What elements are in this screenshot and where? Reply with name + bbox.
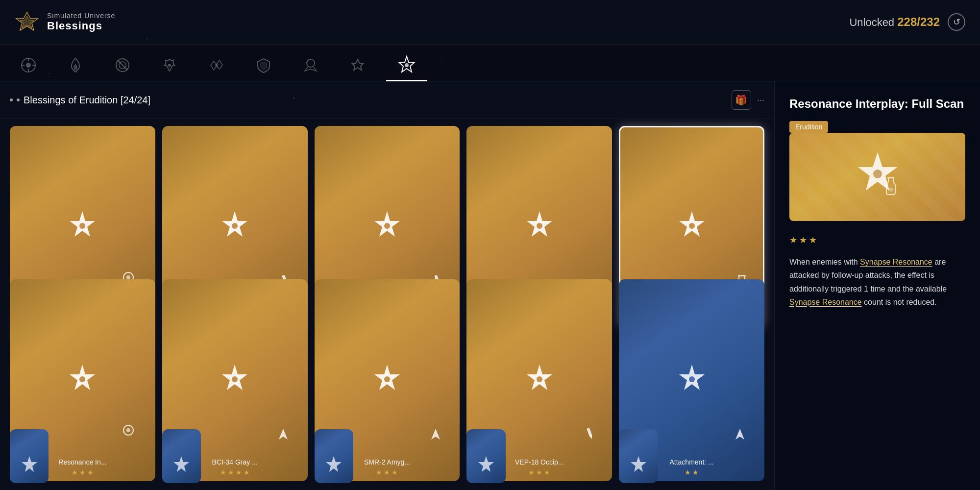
app-logo-icon <box>15 10 39 34</box>
detail-title: Resonance Interplay: Full Scan <box>789 96 965 111</box>
tab-hunt[interactable] <box>10 51 47 79</box>
more-button[interactable]: ··· <box>757 95 764 105</box>
svg-point-21 <box>384 223 390 229</box>
gift-button[interactable]: 🎁 <box>732 90 751 110</box>
tab-hunt-icon <box>20 56 37 74</box>
card-symbol <box>520 161 559 293</box>
detail-tag-wrapper: Erudition <box>789 121 965 133</box>
tab-elation-icon <box>208 56 225 74</box>
card-symbol <box>520 315 559 446</box>
card-partial-4[interactable] <box>466 429 505 483</box>
main-container: Simulated Universe Blessings Unlocked 22… <box>0 0 980 490</box>
erudition-symbol-icon <box>215 361 254 400</box>
tab-nihility-icon <box>114 56 131 74</box>
svg-point-15 <box>79 223 85 229</box>
left-panel: Blessings of Erudition [24/24] 🎁 ··· <box>0 81 774 490</box>
arrow-sub-icon <box>735 428 745 441</box>
detail-stars: ★ ★ ★ <box>789 235 965 245</box>
tab-remembrance[interactable] <box>292 51 329 79</box>
svg-marker-34 <box>431 429 440 440</box>
tab-bar <box>0 45 980 81</box>
erudition-symbol-blue-icon <box>672 361 711 400</box>
header-left: Simulated Universe Blessings <box>15 10 115 34</box>
tab-destruction[interactable] <box>57 51 94 79</box>
detail-bg-pattern <box>789 133 965 221</box>
highlight-synapse-1: Synapse Resonance <box>860 258 932 266</box>
app-title: Simulated Universe Blessings <box>47 12 115 32</box>
detail-star-2: ★ <box>799 235 807 245</box>
detail-star-3: ★ <box>809 235 817 245</box>
svg-point-12 <box>215 64 218 67</box>
tab-destruction-icon <box>67 56 84 74</box>
highlight-synapse-2: Synapse Resonance <box>789 298 862 306</box>
card-symbol <box>368 161 407 293</box>
detail-image <box>789 133 965 221</box>
partial-symbol-icon <box>474 454 498 478</box>
card-symbol <box>215 161 254 293</box>
card-partial-1[interactable] <box>10 429 49 483</box>
svg-point-17 <box>126 275 130 279</box>
svg-point-25 <box>689 223 695 229</box>
partial-symbol-icon <box>321 454 346 478</box>
svg-point-24 <box>537 223 542 229</box>
erudition-symbol-icon <box>520 361 559 400</box>
tab-propagation-icon <box>349 56 367 74</box>
svg-marker-32 <box>279 429 288 440</box>
header-right: Unlocked 228/232 ↺ <box>849 13 965 31</box>
svg-point-13 <box>307 59 315 67</box>
erudition-symbol-icon <box>672 207 711 246</box>
tab-erudition-icon <box>396 54 417 76</box>
svg-marker-39 <box>735 429 744 440</box>
dot-2 <box>17 98 20 101</box>
erudition-symbol-icon <box>63 361 102 400</box>
svg-point-11 <box>168 64 171 67</box>
blessings-header-right: 🎁 ··· <box>732 90 764 110</box>
detail-panel: Resonance Interplay: Full Scan Erudition <box>774 81 980 490</box>
svg-point-3 <box>26 63 31 68</box>
erudition-symbol-icon <box>63 207 102 246</box>
card-symbol <box>63 315 102 446</box>
arrow-sub-icon <box>278 428 289 441</box>
cards-grid: Path Resona... ★ ★ ★ <box>0 119 774 490</box>
detail-star-1: ★ <box>789 235 797 245</box>
svg-point-31 <box>232 376 238 382</box>
app-subtitle-label: Simulated Universe <box>47 12 115 20</box>
svg-point-28 <box>79 376 85 382</box>
erudition-symbol-icon <box>520 207 559 246</box>
card-symbol <box>63 161 102 293</box>
tab-elation[interactable] <box>198 51 235 79</box>
back-button[interactable]: ↺ <box>948 13 965 31</box>
dot-1 <box>10 98 13 101</box>
card-partial-2[interactable] <box>162 429 201 483</box>
svg-point-35 <box>537 376 542 382</box>
arrow-sub-icon <box>430 428 441 441</box>
svg-point-38 <box>689 376 695 382</box>
tab-propagation[interactable] <box>339 51 376 79</box>
tab-preservation-icon <box>255 56 272 74</box>
unlocked-count: 228/232 <box>897 15 940 28</box>
card-symbol <box>672 162 711 292</box>
detail-tag: Erudition <box>789 121 828 133</box>
card-partial-3[interactable] <box>315 429 353 483</box>
card-symbol <box>672 315 711 446</box>
svg-point-18 <box>232 223 238 229</box>
partial-symbol-icon <box>626 454 651 478</box>
tab-nihility[interactable] <box>104 51 141 79</box>
tab-remembrance-icon <box>302 56 319 74</box>
card-symbol <box>215 315 254 446</box>
tab-abundance[interactable] <box>151 51 188 79</box>
header: Simulated Universe Blessings Unlocked 22… <box>0 0 980 45</box>
card-partial-5[interactable] <box>619 429 658 483</box>
card-symbol <box>368 315 407 446</box>
svg-point-30 <box>126 428 130 432</box>
pen-sub-icon <box>583 426 596 442</box>
svg-point-33 <box>384 376 390 382</box>
tab-erudition[interactable] <box>386 49 427 81</box>
blessings-header: Blessings of Erudition [24/24] 🎁 ··· <box>0 81 774 119</box>
blessings-title: Blessings of Erudition [24/24] <box>24 95 150 106</box>
circle-sub-icon <box>122 424 135 437</box>
erudition-symbol-icon <box>368 207 407 246</box>
detail-image-container: Erudition <box>789 121 965 221</box>
app-title-label: Blessings <box>47 20 115 32</box>
tab-preservation[interactable] <box>245 51 282 79</box>
